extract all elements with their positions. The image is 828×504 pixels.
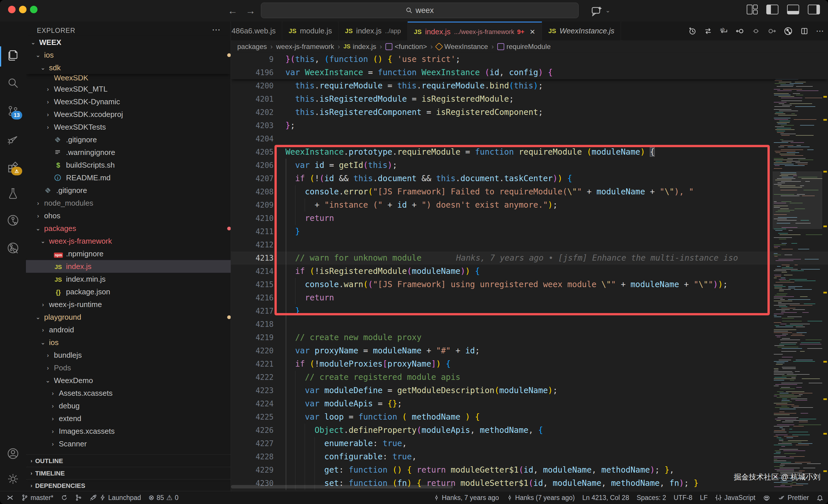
tree-item-README.md[interactable]: iREADME.md [26, 171, 231, 184]
statusbar-javascript[interactable]: JavaScript [715, 494, 755, 502]
git-graph-icon[interactable] [7, 242, 19, 254]
zoom-window-button[interactable] [30, 6, 38, 13]
tree-item-WeexSDKTests[interactable]: ›WeexSDKTests [26, 121, 231, 133]
tree-item-node_modules[interactable]: ›node_modules [26, 197, 231, 210]
accounts-icon[interactable] [7, 447, 19, 460]
tree-item-ohos[interactable]: ›ohos [26, 210, 231, 222]
tree-item-Scanner[interactable]: ›Scanner [26, 438, 231, 450]
statusbar-launchpad[interactable]: Launchpad [90, 494, 141, 502]
close-tab-icon[interactable]: ✕ [530, 28, 535, 36]
run-debug-icon[interactable] [7, 133, 19, 145]
timeline-icon[interactable] [689, 27, 697, 35]
statusbar-master-[interactable]: master* [21, 494, 53, 502]
testing-icon[interactable] [7, 187, 19, 199]
timeline-section[interactable]: ›TIMELINE [26, 467, 231, 479]
tree-item-ios[interactable]: ⌄ios [26, 49, 231, 61]
tree-item-package.json[interactable]: {}package.json [26, 285, 231, 298]
rename-icon[interactable]: ab [719, 27, 728, 35]
statusbar-utf-8[interactable]: UTF-8 [673, 494, 692, 502]
toggle-panel-icon[interactable] [787, 5, 799, 14]
minimap-slider[interactable] [773, 171, 822, 229]
toggle-secondary-sidebar-icon[interactable] [808, 5, 820, 14]
search-icon[interactable] [7, 77, 19, 89]
statusbar-hanks-7-years-ago[interactable]: Hanks, 7 years ago [433, 494, 499, 502]
tree-item-weex-js-runtime[interactable]: ›weex-js-runtime [26, 298, 231, 311]
tree-item-ios[interactable]: ⌄ios [26, 336, 231, 349]
tree-item-.warningignore[interactable]: .warningignore [26, 146, 231, 159]
breadcrumb-item[interactable]: packages [237, 43, 267, 51]
tree-item-bundlejs[interactable]: ›bundlejs [26, 349, 231, 361]
tree-item-.gitignore[interactable]: .gitignore [26, 133, 231, 146]
breadcrumb-item[interactable]: requireModule [497, 43, 551, 51]
statusbar-graph[interactable] [75, 494, 82, 501]
breadcrumb-item[interactable]: <function> [385, 43, 427, 51]
tree-item-Images.xcassets[interactable]: ›Images.xcassets [26, 425, 231, 438]
tab-WeexInstance.js[interactable]: JSWeexInstance.js [542, 21, 621, 40]
tab-486a6.web.js[interactable]: 486a6.web.js [231, 21, 282, 40]
statusbar-spaces-2[interactable]: Spaces: 2 [636, 494, 666, 502]
tree-item-.npmignore[interactable]: npm.npmignore [26, 247, 231, 260]
breadcrumb-item[interactable]: JSindex.js [343, 43, 376, 51]
tab-index.js[interactable]: JSindex.js.../weex-js-framework9+✕ [408, 21, 542, 41]
minimap[interactable] [773, 53, 822, 491]
tab-module.js[interactable]: JSmodule.js [282, 21, 338, 40]
minimize-window-button[interactable] [19, 6, 27, 13]
tree-item-WeexDemo[interactable]: ⌄WeexDemo [26, 374, 231, 387]
copilot-chat-icon[interactable] [590, 5, 603, 17]
statusbar-85[interactable]: ⊗85⚠0 [149, 494, 178, 502]
tree-item-WeexSDK.xcodeproj[interactable]: ›WeexSDK.xcodeproj [26, 108, 231, 121]
tree-item-sdk[interactable]: ⌄sdk [26, 61, 231, 74]
customize-layout-icon[interactable] [747, 5, 758, 13]
warning-mark [823, 470, 827, 472]
breadcrumb-item[interactable]: weex-js-framework [276, 43, 334, 51]
command-center-search[interactable]: weex [261, 3, 579, 18]
more-actions-icon[interactable]: ⋯ [816, 26, 824, 36]
tree-item-weex-js-framework[interactable]: ⌄weex-js-framework [26, 235, 231, 247]
horizontal-scrollbar[interactable] [231, 485, 453, 489]
explorer-icon[interactable] [7, 48, 19, 61]
tree-item-packages[interactable]: ⌄packages [26, 222, 231, 235]
extensions-icon[interactable]: ⚠ [7, 161, 19, 173]
tree-item-index.js[interactable]: JSindex.js9+ [26, 260, 231, 273]
previous-change-icon[interactable] [736, 27, 744, 35]
statusbar-ln-4213-col-28[interactable]: Ln 4213, Col 28 [582, 494, 629, 502]
tab-index.js[interactable]: JSindex.js../app [338, 21, 407, 40]
run-icon[interactable] [784, 27, 793, 36]
tree-item-WEEX[interactable]: ⌄WEEX [26, 36, 231, 49]
chevron-down-icon[interactable]: ⌄ [606, 7, 610, 14]
tree-item-index.min.js[interactable]: JSindex.min.js [26, 273, 231, 285]
back-icon[interactable]: ← [228, 5, 246, 16]
current-change-icon[interactable] [752, 27, 760, 35]
next-change-icon[interactable] [768, 27, 776, 35]
tree-item-buildScripts.sh[interactable]: $buildScripts.sh [26, 159, 231, 171]
statusbar-lf[interactable]: LF [700, 494, 708, 502]
statusbar-prettier[interactable]: Prettier [778, 494, 809, 502]
tree-item-WeexSDK_MTL[interactable]: ›WeexSDK_MTL [26, 83, 231, 95]
tree-item-android[interactable]: ›android [26, 323, 231, 336]
tree-item-debug[interactable]: ›debug [26, 400, 231, 412]
statusbar-hanks-7-years-ago-[interactable]: Hanks (7 years ago) [506, 494, 575, 502]
statusbar-bell[interactable] [817, 494, 823, 501]
split-editor-icon[interactable] [800, 27, 809, 35]
gitlens-icon[interactable] [7, 214, 19, 227]
tree-item-.gitignore[interactable]: .gitignore [26, 184, 231, 197]
statusbar-remote[interactable] [6, 494, 14, 501]
dependencies-section[interactable]: ›DEPENDENCIES [26, 479, 231, 491]
source-control-icon[interactable]: 13 [7, 104, 19, 117]
outline-section[interactable]: ›OUTLINE [26, 454, 231, 467]
tree-item-Assets.xcassets[interactable]: ›Assets.xcassets [26, 387, 231, 400]
overview-ruler[interactable] [823, 53, 828, 491]
tree-item-WeexSDK[interactable]: WeexSDK [26, 74, 231, 82]
statusbar-copilot[interactable] [763, 494, 770, 501]
sidebar-more-actions-icon[interactable]: ⋯ [212, 25, 220, 35]
tree-item-WeexSDK-Dynamic[interactable]: ›WeexSDK-Dynamic [26, 95, 231, 108]
tree-item-Pods[interactable]: ›Pods [26, 361, 231, 374]
settings-gear-icon[interactable] [7, 473, 19, 485]
tree-item-playground[interactable]: ⌄playground [26, 311, 231, 323]
statusbar-sync[interactable] [61, 494, 68, 501]
breadcrumb-item[interactable]: WeexInstance [436, 43, 488, 51]
toggle-primary-sidebar-icon[interactable] [766, 5, 778, 14]
open-changes-icon[interactable] [704, 27, 712, 35]
close-window-button[interactable] [8, 6, 15, 13]
tree-item-extend[interactable]: ›extend [26, 412, 231, 425]
